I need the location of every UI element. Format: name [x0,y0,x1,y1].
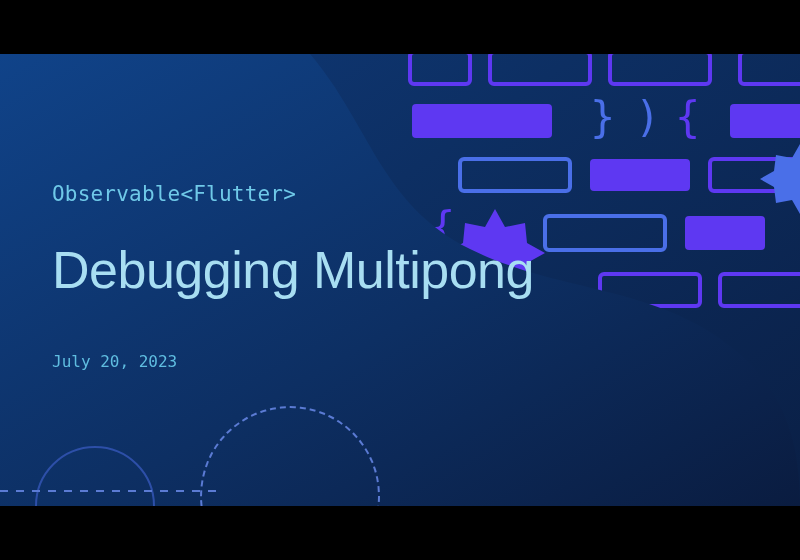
page-title: Debugging Multipong [52,240,534,300]
svg-rect-5 [730,104,800,138]
svg-text:{: { [675,93,700,142]
svg-rect-16 [720,274,800,306]
slide-date: July 20, 2023 [52,352,177,371]
slide: } ) { { [0,54,800,506]
slide-content: Observable<Flutter> Debugging Multipong … [52,54,672,506]
svg-rect-3 [740,54,800,84]
svg-rect-14 [685,216,765,250]
series-label: Observable<Flutter> [52,182,296,206]
starburst-icon [760,144,800,214]
video-frame: } ) { { [0,0,800,560]
